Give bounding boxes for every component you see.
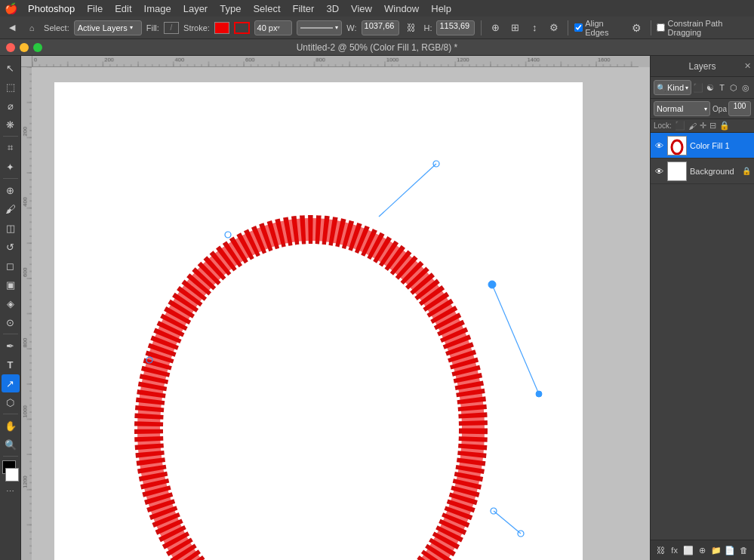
lock-artboard-icon[interactable]: ⊟ <box>709 121 716 131</box>
layers-panel-close[interactable]: ✕ <box>744 61 751 71</box>
move-tool[interactable]: ↖ <box>2 59 20 77</box>
path-ops-button[interactable]: ⊕ <box>488 20 503 36</box>
stroke-style-box[interactable] <box>234 22 249 34</box>
pen-tool[interactable]: ✒ <box>2 337 20 355</box>
svg-point-11 <box>146 357 152 363</box>
layer-link-button[interactable]: ⛓ <box>654 543 667 557</box>
minimize-button[interactable] <box>20 43 29 52</box>
quick-selection-tool[interactable]: ❋ <box>2 115 20 134</box>
menu-edit[interactable]: Edit <box>109 2 137 16</box>
lock-position-icon[interactable]: ✛ <box>700 121 706 131</box>
layer-fx-button[interactable]: fx <box>668 543 682 557</box>
background-color[interactable] <box>5 468 19 482</box>
type-filter-btn[interactable]: T <box>717 81 728 94</box>
menu-image[interactable]: Image <box>138 2 177 16</box>
opacity-input[interactable]: 100 <box>728 101 751 116</box>
layers-list: 👁 Color Fill 1 👁 Background 🔒 <box>651 133 754 540</box>
width-input[interactable]: 1037,66 <box>362 20 400 35</box>
history-brush-tool[interactable]: ↺ <box>2 238 20 256</box>
layer-adjustment-button[interactable]: ⊕ <box>695 543 709 557</box>
stroke-size-input[interactable]: 40 px ▾ <box>254 20 293 35</box>
type-tool[interactable]: T <box>2 355 20 374</box>
layer-thumbnail-colorfill <box>667 136 687 155</box>
eraser-tool[interactable]: ◻ <box>2 257 20 275</box>
opt-separator-1 <box>481 20 482 35</box>
path-arrange-button[interactable]: ↕ <box>527 20 542 36</box>
home-button[interactable]: ⌂ <box>24 20 39 36</box>
opt-separator-3 <box>651 20 651 35</box>
zoom-tool[interactable]: 🔍 <box>2 435 20 454</box>
active-layers-dropdown[interactable]: Active Layers ▾ <box>74 20 142 35</box>
shape-tool[interactable]: ⬡ <box>2 393 20 411</box>
menu-window[interactable]: Window <box>378 2 425 16</box>
blur-tool[interactable]: ◈ <box>2 294 20 312</box>
close-button[interactable] <box>6 43 15 52</box>
blend-mode-dropdown[interactable]: Normal ▾ <box>654 101 710 116</box>
layer-group-button[interactable]: 📁 <box>709 543 723 557</box>
svg-point-10 <box>491 508 497 514</box>
rectangular-marquee-tool[interactable]: ⬚ <box>2 78 20 96</box>
menu-layer[interactable]: Layer <box>177 2 214 16</box>
lock-image-icon[interactable]: 🖌 <box>688 122 697 131</box>
more-tools-button[interactable]: ⋯ <box>2 482 20 500</box>
svg-point-1 <box>149 229 473 560</box>
options-bar: ◀ ⌂ Select: Active Layers ▾ Fill: / Stro… <box>0 17 754 39</box>
layer-name-colorfill: Color Fill 1 <box>690 141 751 150</box>
layers-panel: Layers ✕ 🔍 Kind ▾ ⬛ ☯ T ⬡ ◎ Normal <box>651 56 754 560</box>
ruler-h-canvas <box>32 56 650 67</box>
hand-tool[interactable]: ✋ <box>2 417 20 435</box>
layer-mask-button[interactable]: ⬜ <box>682 543 695 557</box>
height-input[interactable]: 1153,69 <box>436 20 475 35</box>
layer-visibility-background[interactable]: 👁 <box>654 166 664 177</box>
document-canvas[interactable] <box>54 82 583 560</box>
layer-item-background[interactable]: 👁 Background 🔒 <box>651 158 754 184</box>
dodge-tool[interactable]: ⊙ <box>2 313 20 331</box>
lasso-tool[interactable]: ⌀ <box>2 97 20 115</box>
link-wh-button[interactable]: ⛓ <box>404 20 419 36</box>
settings-button[interactable]: ⚙ <box>629 20 645 36</box>
svg-point-12 <box>672 140 682 154</box>
back-button[interactable]: ◀ <box>5 20 20 36</box>
adjustment-filter-btn[interactable]: ☯ <box>705 81 716 94</box>
menu-type[interactable]: Type <box>214 2 247 16</box>
menu-view[interactable]: View <box>345 2 378 16</box>
maximize-button[interactable] <box>33 43 42 52</box>
stroke-color-swatch[interactable] <box>214 22 229 34</box>
layer-delete-button[interactable]: 🗑 <box>737 543 751 557</box>
apple-menu[interactable]: 🍎 <box>5 2 17 14</box>
canvas-area[interactable] <box>32 67 650 560</box>
svg-point-9 <box>518 531 524 537</box>
layer-visibility-colorfill[interactable]: 👁 <box>654 140 664 151</box>
layers-bottom-bar: ⛓ fx ⬜ ⊕ 📁 📄 🗑 <box>651 540 754 560</box>
shape-filter-btn[interactable]: ⬡ <box>729 81 740 94</box>
path-align-button[interactable]: ⊞ <box>507 20 522 36</box>
smart-filter-btn[interactable]: ◎ <box>740 81 751 94</box>
pixel-filter-btn[interactable]: ⬛ <box>693 81 703 94</box>
eyedropper-tool[interactable]: ✦ <box>2 158 20 176</box>
constrain-path-checkbox[interactable] <box>657 23 665 32</box>
menu-help[interactable]: Help <box>425 2 457 16</box>
menu-3d[interactable]: 3D <box>320 2 345 16</box>
path-distribute-button[interactable]: ⚙ <box>546 20 562 36</box>
menu-file[interactable]: File <box>81 2 109 16</box>
kind-dropdown-arrow: ▾ <box>685 85 688 91</box>
fill-swatch[interactable]: / <box>164 22 179 34</box>
path-selection-tool[interactable]: ↗ <box>2 374 20 392</box>
spot-healing-tool[interactable]: ⊕ <box>2 181 20 199</box>
layer-item-colorfill[interactable]: 👁 Color Fill 1 <box>651 133 754 158</box>
lock-pixels-icon[interactable]: ⬛ <box>675 121 685 131</box>
crop-tool[interactable]: ⌗ <box>2 139 20 157</box>
layer-new-button[interactable]: 📄 <box>723 543 737 557</box>
opt-separator-2 <box>568 20 568 35</box>
brush-tool[interactable]: 🖌 <box>2 200 20 218</box>
align-edges-checkbox[interactable] <box>574 23 583 32</box>
lock-all-icon[interactable]: 🔒 <box>719 121 730 131</box>
menu-filter[interactable]: Filter <box>287 2 321 16</box>
layers-kind-dropdown[interactable]: 🔍 Kind ▾ <box>654 80 691 95</box>
menu-select[interactable]: Select <box>247 2 286 16</box>
clone-stamp-tool[interactable]: ◫ <box>2 219 20 237</box>
layer-thumbnail-background <box>667 162 687 181</box>
menu-photoshop[interactable]: Photoshop <box>22 2 81 16</box>
line-weight-dropdown[interactable]: ▾ <box>297 20 342 35</box>
gradient-tool[interactable]: ▣ <box>2 275 20 294</box>
